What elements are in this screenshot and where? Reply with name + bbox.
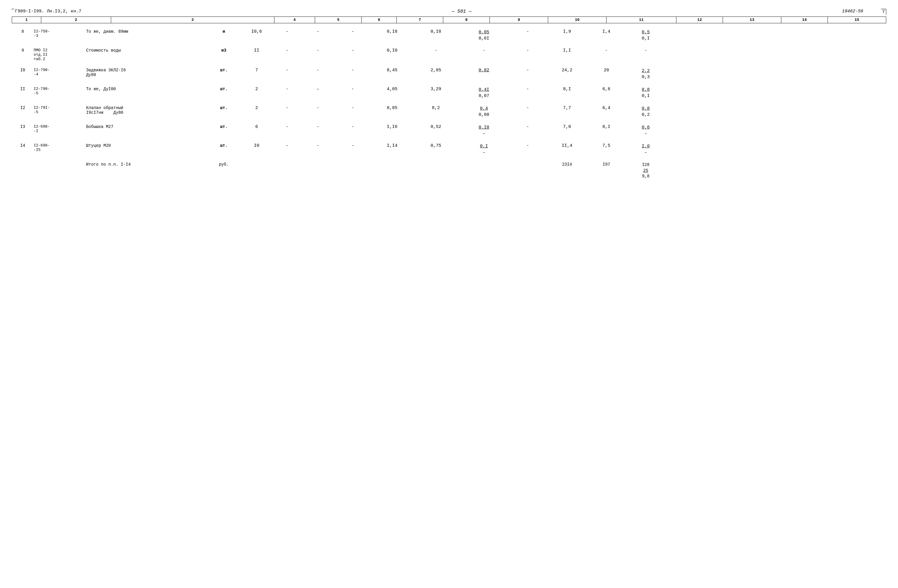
cell-col13: 7,7	[545, 106, 589, 111]
col-header-5: 5	[315, 17, 361, 23]
col-header-12: 12	[677, 17, 723, 23]
col-header-3: 3	[111, 17, 274, 23]
cell-col9: 0,I8	[370, 29, 414, 34]
cell-num: I0	[12, 68, 34, 72]
cell-col11: 0,I0–	[458, 125, 510, 137]
cell-col6: -	[274, 29, 300, 34]
cell-desc: То же, диам. 89мм	[86, 29, 208, 34]
cell-col12: -	[510, 29, 545, 34]
cell-col11: 0,I–	[458, 143, 510, 155]
col-header-14: 14	[781, 17, 828, 23]
col-header-10: 10	[548, 17, 606, 23]
cell-col6: -	[274, 125, 300, 129]
total-row: Итого по п.п. I-I4 руб. 23I4 I97 I28259,…	[12, 162, 886, 180]
cell-col12: -	[510, 143, 545, 148]
total-unit: руб.	[209, 162, 239, 167]
cell-col13: I,9	[545, 29, 589, 34]
total-col13: 23I4	[545, 162, 589, 167]
cell-unit: шт.	[209, 106, 239, 110]
cell-code: I2-790- -4	[34, 68, 86, 77]
cell-col15: -	[624, 48, 667, 53]
cell-col7: -	[300, 29, 335, 34]
cell-col10: 0,52	[414, 125, 458, 129]
col-header-8: 8	[443, 17, 490, 23]
cell-col15: 2,20,3	[624, 68, 667, 80]
table-row: I4 I2-698- -I5 Штуцер М20 шт. I0 - - - I…	[12, 143, 886, 155]
cell-col11: 0,40,08	[458, 106, 510, 118]
header-left: Г909-I-I99. Лн.I3,2, кн.7	[12, 9, 81, 14]
total-col15: I28259,8	[624, 162, 667, 180]
cell-col12: -	[510, 125, 545, 129]
cell-col13: II,4	[545, 143, 589, 148]
cell-col14: 7,5	[589, 143, 624, 148]
cell-code: I2-79I- -5	[34, 106, 86, 114]
cell-num: 8	[12, 29, 34, 34]
cell-col9: 0,I0	[370, 48, 414, 53]
cell-unit: шт.	[209, 87, 239, 91]
cell-col10: -	[414, 48, 458, 53]
corner-bracket	[12, 9, 14, 10]
cell-col5: 7	[239, 68, 274, 73]
cell-col12: -	[510, 48, 545, 53]
cell-col8: -	[335, 48, 371, 53]
page-header: Г909-I-I99. Лн.I3,2, кн.7 — 501 — 19462-…	[12, 9, 886, 15]
cell-desc: Стоимость воды	[86, 48, 208, 53]
cell-col10: 8,2	[414, 106, 458, 111]
col-header-11: 11	[606, 17, 676, 23]
cell-col8: -	[335, 143, 371, 148]
col-header-13: 13	[723, 17, 781, 23]
cell-num: I2	[12, 106, 34, 110]
cell-col6: -	[274, 143, 300, 148]
cell-code: I2-758- -3	[34, 29, 86, 38]
cell-col11: 0,050,0I	[458, 29, 510, 42]
cell-col7: -	[300, 125, 335, 129]
cell-col8: -	[335, 68, 371, 73]
cell-desc: Бобышка М27	[86, 125, 208, 129]
cell-col10: 3,29	[414, 87, 458, 92]
cell-col8: -	[335, 125, 371, 129]
header-left-text: Г909-I-I99. Лн.I3,2, кн.7	[15, 9, 81, 14]
col-header-4: 4	[274, 17, 315, 23]
cell-col12: -	[510, 87, 545, 92]
cell-col5: II	[239, 48, 274, 53]
cell-col13: I,I	[545, 48, 589, 53]
cell-desc: То же, ДуI00	[86, 87, 208, 91]
cell-col6: -	[274, 106, 300, 111]
cell-col7: -	[300, 48, 335, 53]
cell-col15: 0,80,I	[624, 87, 667, 99]
table-row: 8 I2-758- -3 То же, диам. 89мм м I0,6 - …	[12, 29, 886, 42]
total-col14: I97	[589, 162, 624, 167]
cell-col11: 0,82	[458, 68, 510, 73]
cell-unit: м	[209, 29, 239, 34]
table-row: I0 I2-790- -4 Задвижка 3КЛ2-I6Ду80 шт. 7…	[12, 68, 886, 80]
header-right-text: 19462-56	[842, 9, 863, 14]
cell-col9: I,I6	[370, 125, 414, 129]
cell-col14: 6,6	[589, 87, 624, 92]
cell-col13: 7,0	[545, 125, 589, 129]
cell-col9: I,I4	[370, 143, 414, 148]
cell-code: I2-790- -5	[34, 87, 86, 95]
page-corner: 7	[881, 9, 886, 15]
cell-unit: шт.	[209, 125, 239, 129]
cell-desc: Задвижка 3КЛ2-I6Ду80	[86, 68, 208, 77]
cell-col13: 24,2	[545, 68, 589, 73]
cell-col11: 0,4I0,07	[458, 87, 510, 99]
cell-col14: 6,4	[589, 106, 624, 111]
cell-col7: -	[300, 68, 335, 73]
cell-code: I2-698- -I	[34, 125, 86, 133]
cell-col6: -	[274, 48, 300, 53]
cell-col11: -	[458, 48, 510, 53]
cell-col14: 8,I	[589, 125, 624, 129]
cell-col5: I0,6	[239, 29, 274, 34]
cell-col14: -	[589, 48, 624, 53]
cell-col13: 8,I	[545, 87, 589, 92]
cell-col12: -	[510, 106, 545, 111]
table-row: II I2-790- -5 То же, ДуI00 шт. 2 - – - 4…	[12, 87, 886, 99]
cell-col15: 0,50,I	[624, 29, 667, 42]
cell-col9: 8,45	[370, 68, 414, 73]
cell-col15: 0,80,2	[624, 106, 667, 118]
cell-num: I3	[12, 125, 34, 129]
col-header-7: 7	[397, 17, 443, 23]
table-header-row: 1 2 3 4 5 6 7 8 9 10 11 12 13 14 15	[12, 17, 886, 23]
cell-num: II	[12, 87, 34, 91]
